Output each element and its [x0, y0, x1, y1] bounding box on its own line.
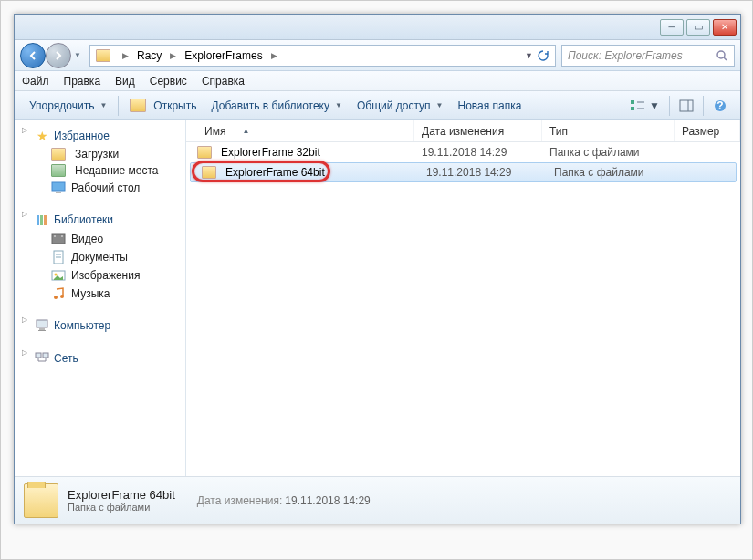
history-dropdown[interactable]: ▼	[71, 43, 84, 68]
menu-view[interactable]: Вид	[115, 75, 135, 88]
menu-help[interactable]: Справка	[202, 75, 245, 88]
computer-icon	[35, 318, 49, 333]
star-icon: ★	[35, 129, 49, 143]
svg-point-17	[61, 235, 63, 237]
chevron-right-icon[interactable]: ▷	[22, 348, 27, 357]
chevron-right-icon[interactable]: ▷	[22, 126, 27, 134]
chevron-right-icon[interactable]: ▷	[22, 210, 27, 218]
svg-rect-12	[37, 215, 39, 225]
menu-tools[interactable]: Сервис	[150, 75, 187, 88]
svg-rect-3	[631, 107, 634, 110]
back-button[interactable]	[20, 43, 46, 68]
sidebar: ▷ ★Избранное Загрузки Недавние места Раб…	[15, 120, 186, 476]
svg-rect-13	[40, 215, 43, 225]
file-list: Имя▲ Дата изменения Тип Размер ExplorerF…	[186, 120, 740, 476]
svg-rect-6	[680, 100, 693, 111]
library-icon	[35, 213, 49, 227]
sidebar-item-video[interactable]: Видео	[15, 230, 185, 248]
sidebar-favorites[interactable]: ★Избранное	[15, 126, 185, 146]
table-row[interactable]: ExplorerFrame 64bit 19.11.2018 14:29 Пап…	[190, 162, 737, 182]
column-size[interactable]: Размер	[675, 120, 740, 141]
sidebar-network[interactable]: Сеть	[15, 348, 185, 368]
folder-icon	[130, 99, 146, 112]
column-name[interactable]: Имя▲	[186, 120, 414, 141]
forward-button[interactable]	[46, 43, 71, 68]
sidebar-item-desktop[interactable]: Рабочий стол	[15, 179, 185, 197]
refresh-icon[interactable]	[537, 49, 549, 62]
svg-point-24	[60, 295, 64, 298]
sidebar-item-music[interactable]: Музыка	[15, 285, 185, 303]
svg-rect-27	[38, 330, 46, 331]
folder-icon	[197, 146, 212, 159]
column-type[interactable]: Тип	[542, 120, 675, 141]
minimize-button[interactable]: ─	[660, 19, 684, 36]
sidebar-item-recent[interactable]: Недавние места	[15, 162, 185, 179]
breadcrumb-explorerframes[interactable]: ExplorerFrames	[179, 46, 267, 66]
svg-rect-2	[631, 100, 634, 104]
chevron-right-icon: ▶	[268, 51, 280, 60]
new-folder-button[interactable]: Новая папка	[450, 97, 528, 115]
video-icon	[51, 232, 66, 246]
svg-point-0	[717, 51, 725, 58]
menu-file[interactable]: Файл	[22, 75, 49, 88]
details-subtitle: Папка с файлами	[68, 502, 175, 513]
svg-rect-11	[56, 192, 61, 193]
column-date[interactable]: Дата изменения	[414, 120, 542, 141]
folder-icon	[24, 483, 58, 518]
address-bar[interactable]: ▶ Racy ▶ ExplorerFrames ▶ ▼	[89, 45, 556, 67]
chevron-right-icon: ▶	[120, 51, 131, 60]
folder-icon	[202, 166, 216, 179]
menubar: Файл Правка Вид Сервис Справка	[15, 71, 740, 91]
search-input[interactable]: Поиск: ExplorerFrames	[561, 45, 735, 67]
titlebar: ─ ▭ ✕	[15, 15, 740, 40]
sidebar-item-documents[interactable]: Документы	[15, 248, 185, 266]
sidebar-computer[interactable]: Компьютер	[15, 316, 185, 336]
svg-point-16	[54, 235, 56, 237]
details-date-label: Дата изменения:	[197, 494, 283, 507]
details-pane: ExplorerFrame 64bit Папка с файлами Дата…	[15, 476, 740, 524]
svg-rect-14	[44, 215, 47, 225]
view-options-button[interactable]: ▼	[624, 97, 665, 115]
svg-point-22	[55, 274, 58, 276]
details-title: ExplorerFrame 64bit	[68, 488, 175, 502]
share-button[interactable]: Общий доступ▼	[350, 97, 451, 115]
table-row[interactable]: ExplorerFrame 32bit 19.11.2018 14:29 Пап…	[186, 142, 740, 162]
chevron-right-icon: ▶	[167, 51, 179, 60]
svg-point-23	[54, 296, 58, 299]
folder-icon	[96, 49, 110, 62]
add-to-library-button[interactable]: Добавить в библиотеку▼	[204, 97, 349, 115]
chevron-down-icon[interactable]: ▼	[525, 51, 533, 60]
organize-button[interactable]: Упорядочить▼	[22, 97, 114, 115]
menu-edit[interactable]: Правка	[64, 75, 101, 88]
images-icon	[51, 268, 66, 283]
svg-rect-15	[52, 234, 65, 244]
network-icon	[35, 351, 49, 366]
svg-text:?: ?	[716, 99, 723, 112]
svg-line-1	[724, 57, 727, 60]
svg-rect-26	[39, 328, 45, 330]
svg-rect-10	[52, 182, 65, 191]
search-icon	[716, 49, 728, 62]
column-headers: Имя▲ Дата изменения Тип Размер	[186, 120, 740, 142]
preview-pane-button[interactable]	[674, 97, 699, 115]
sidebar-item-images[interactable]: Изображения	[15, 266, 185, 285]
svg-rect-28	[36, 353, 41, 358]
svg-rect-29	[43, 353, 48, 358]
folder-icon	[51, 148, 66, 161]
sort-ascending-icon: ▲	[242, 127, 249, 135]
music-icon	[51, 286, 66, 301]
sidebar-libraries[interactable]: Библиотеки	[15, 210, 185, 230]
open-button[interactable]: Открыть	[122, 96, 204, 115]
folder-icon	[51, 164, 66, 177]
help-button[interactable]: ?	[707, 96, 733, 116]
toolbar: Упорядочить▼ Открыть Добавить в библиоте…	[15, 91, 740, 120]
chevron-right-icon[interactable]: ▷	[22, 316, 27, 324]
documents-icon	[51, 250, 66, 264]
maximize-button[interactable]: ▭	[686, 19, 710, 36]
breadcrumb-racy[interactable]: Racy	[131, 46, 167, 66]
navbar: ▼ ▶ Racy ▶ ExplorerFrames ▶ ▼ Поиск: Exp…	[15, 40, 740, 71]
sidebar-item-downloads[interactable]: Загрузки	[15, 146, 185, 162]
explorer-window: ─ ▭ ✕ ▼ ▶ Racy ▶ ExplorerFrames ▶ ▼	[14, 14, 741, 524]
close-button[interactable]: ✕	[713, 19, 737, 36]
details-date-value: 19.11.2018 14:29	[285, 494, 370, 507]
